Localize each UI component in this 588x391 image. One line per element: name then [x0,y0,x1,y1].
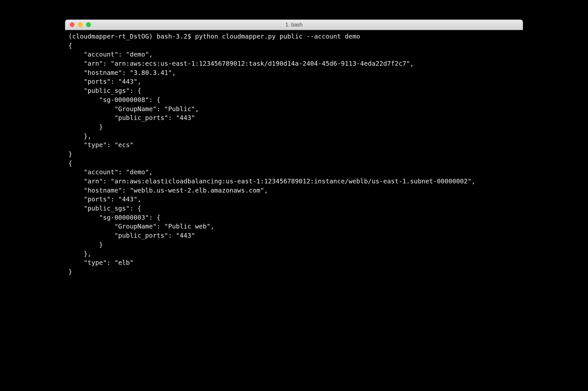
output-line: "public_ports": "443" [68,232,195,239]
output-line: "hostname": "weblb.us-west-2.elb.amazona… [68,187,268,194]
output-line: }, [68,250,91,258]
output-line: "type": "elb" [68,259,134,266]
traffic-lights [65,22,91,27]
zoom-button[interactable] [86,22,91,27]
output-line: { [68,160,72,167]
output-line: "public_sgs": { [68,205,141,212]
output-line: "arn": "arn:aws:elasticloadbalancing:us-… [68,178,475,185]
output-line: "account": "demo", [68,51,153,58]
output-line: } [68,123,103,131]
terminal-body[interactable]: (cloudmapper-rt_DstOG) bash-3.2$ python … [65,30,523,314]
close-button[interactable] [70,22,75,27]
output-line: "account": "demo", [68,168,153,176]
output-line: "public_sgs": { [68,87,141,94]
output-line: "public_ports": "443" [68,114,195,122]
output-line: "sg-00000008": { [68,96,161,104]
prompt-shell: bash-3.2$ [157,33,195,40]
output-line: }, [68,132,91,140]
prompt-command: python cloudmapper.py public --account d… [195,33,360,40]
titlebar[interactable]: 1. bash [65,20,523,30]
output-line: } [68,268,72,276]
window-title: 1. bash [65,22,523,28]
output-line: "sg-00000003": { [68,214,161,221]
output-line: "arn": "arn:aws:ecs:us-east-1:1234567890… [68,60,414,67]
output-line: "ports": "443", [68,196,141,203]
prompt-env: (cloudmapper-rt_DstOG) [68,33,157,40]
output-line: "hostname": "3.80.3.41", [68,69,176,76]
output-line: "GroupName": "Public", [68,105,199,113]
output-line: } [68,150,72,158]
output-line: "type": "ecs" [68,141,134,149]
output-line: "ports": "443", [68,78,141,85]
output-line: } [68,241,103,248]
output-line: "GroupName": "Public web", [68,223,214,230]
output-line: { [68,42,72,49]
minimize-button[interactable] [78,22,83,27]
terminal-window: 1. bash (cloudmapper-rt_DstOG) bash-3.2$… [65,20,523,314]
prompt-line: (cloudmapper-rt_DstOG) bash-3.2$ python … [68,33,360,40]
